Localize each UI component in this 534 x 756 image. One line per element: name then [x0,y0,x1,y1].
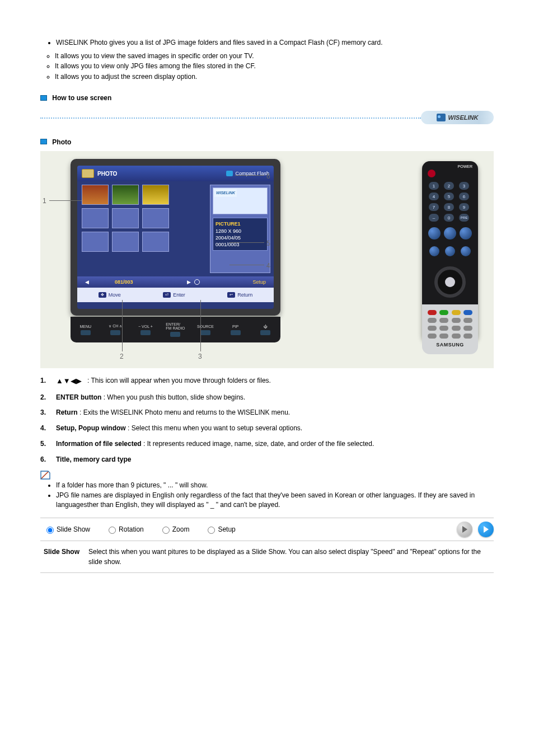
note-icon [40,471,49,478]
return-icon: ↩ [227,292,235,298]
play-icon [462,526,467,533]
desc-num-4: 4. [40,424,56,433]
remote-round-btn[interactable] [460,227,472,240]
desc-num-3: 3. [40,408,56,417]
help-enter: Enter [173,292,185,298]
tv-frame: PHOTO Compact Flash [71,159,280,316]
remote-brand: SAMSUNG [428,342,472,348]
preview-badge: WISELINK [214,189,237,197]
callout-2: 2 [120,353,124,360]
remote-num-6[interactable]: 6 [459,192,469,200]
tv-btn-pip[interactable]: PIP [224,325,247,335]
page-number: 081/003 [115,279,133,285]
remote-num-5[interactable]: 5 [444,192,454,200]
chevron-left-icon[interactable]: ◀ [85,279,89,285]
remote-power-button[interactable] [428,170,435,177]
section-title-photo: Photo [52,138,71,145]
intro-line1: WISELINK Photo gives you a list of JPG i… [56,38,494,47]
radio-slide-show[interactable] [46,527,54,534]
remote-num-2[interactable]: 2 [444,182,454,190]
remote-num-3[interactable]: 3 [459,182,469,190]
thumb-empty [142,208,169,228]
thumb[interactable] [112,185,139,205]
remote-num-1[interactable]: 1 [429,182,439,190]
remote-color-yellow[interactable] [452,310,461,315]
tv-btn-source[interactable]: SOURCE [194,325,217,335]
callout-6: 6 [266,172,270,180]
screen-header-left: PHOTO [97,171,117,177]
desc-4-t: : Select this menu when you want to setu… [128,424,302,432]
tab-label-2: Zoom [172,525,190,533]
desc-num-2: 2. [40,393,56,402]
chevron-right-icon[interactable]: ▶ [187,279,191,285]
figure-photo-screen: PHOTO Compact Flash [40,151,494,368]
desc-2-b: ENTER button [56,393,101,401]
tab-rotation[interactable]: Rotation [106,525,144,534]
thumb[interactable] [142,185,169,205]
callout-3: 3 [198,353,202,360]
file-info-box: PICTURE1 1280 X 960 2004/04/05 0001/0003 [213,218,268,251]
play-blue-button[interactable] [478,522,494,537]
tv-btn-menu[interactable]: MENU [74,325,97,335]
section-bullet-icon [40,139,47,144]
thumb-empty [142,232,169,252]
remote-num-7[interactable]: 7 [429,203,439,211]
remote-dpad[interactable] [429,263,471,301]
remote-color-green[interactable] [439,310,448,315]
callout-1: 1 [43,197,46,205]
radio-zoom[interactable] [162,527,170,534]
wiselink-badge: WISELINK [421,111,494,124]
tab-setup[interactable]: Setup [205,525,235,534]
radio-rotation[interactable] [109,527,116,534]
info-pane: WISELINK PICTURE1 1280 X 960 2004/04/05 … [210,185,270,273]
remote-num-9[interactable]: 9 [459,203,469,211]
remote-num-0[interactable]: 0 [444,214,454,222]
remote-round-btn[interactable] [461,246,471,256]
tab-label-1: Rotation [119,525,144,533]
desc-4-b: Setup, Popup window [56,424,126,432]
intro-sub-0: It allows you to view the saved images i… [55,51,494,60]
wiselink-icon [437,114,446,121]
tab-zoom[interactable]: Zoom [160,525,190,534]
play-icon [484,526,489,533]
radio-setup[interactable] [208,527,215,534]
tab-label-0: Slide Show [57,525,90,533]
help-move: Move [109,292,121,298]
tv-btn-vol[interactable]: − VOL + [134,325,157,335]
wiselink-badge-label: WISELINK [448,114,479,121]
tab-slide-show[interactable]: Slide Show [44,525,90,534]
play-grey-button[interactable] [457,522,472,537]
file-res: 1280 X 960 [216,228,265,234]
setup-label[interactable]: Setup [252,279,266,285]
remote-power-label: POWER [422,161,478,168]
desc-6-b: Title, memory card type [56,456,132,463]
remote-num-4[interactable]: 4 [429,192,439,200]
cf-card-icon [226,171,233,176]
remote-num-dash[interactable]: – [429,214,439,222]
divider-dotted [40,118,421,119]
remote-color-blue[interactable] [463,310,472,315]
remote-num-pre[interactable]: PRE [459,214,469,222]
section-title-how-to-use: How to use screen [52,94,111,102]
thumbnail-grid [77,181,210,276]
remote-round-btn[interactable] [444,227,456,240]
gear-icon[interactable] [194,279,200,285]
tv-btn-power[interactable]: ⏻ [254,325,277,335]
thumb-empty [82,232,109,252]
remote-num-8[interactable]: 8 [444,203,454,211]
remote-color-red[interactable] [428,310,437,315]
remote-round-btn[interactable] [429,246,439,256]
tv-btn-ch[interactable]: ∨ CH ∧ [104,324,127,335]
desc-3-b: Return [56,408,78,416]
thumb[interactable] [82,185,109,205]
preview-image: WISELINK [213,187,268,214]
desc-3-t: : Exits the WISELINK Photo menu and retu… [79,408,290,416]
thumb-empty [82,208,109,228]
callout-5: 5 [266,240,270,247]
intro-sub-2: It allows you to adjust the screen displ… [55,72,494,81]
enter-icon: ⏎ [163,292,171,298]
remote-round-btn[interactable] [445,246,455,256]
tv-btn-enter[interactable]: ENTER/ FM RADIO [163,322,187,337]
arrow-icons: ▲▼◀▶ [56,376,87,386]
remote-round-btn[interactable] [428,227,441,240]
